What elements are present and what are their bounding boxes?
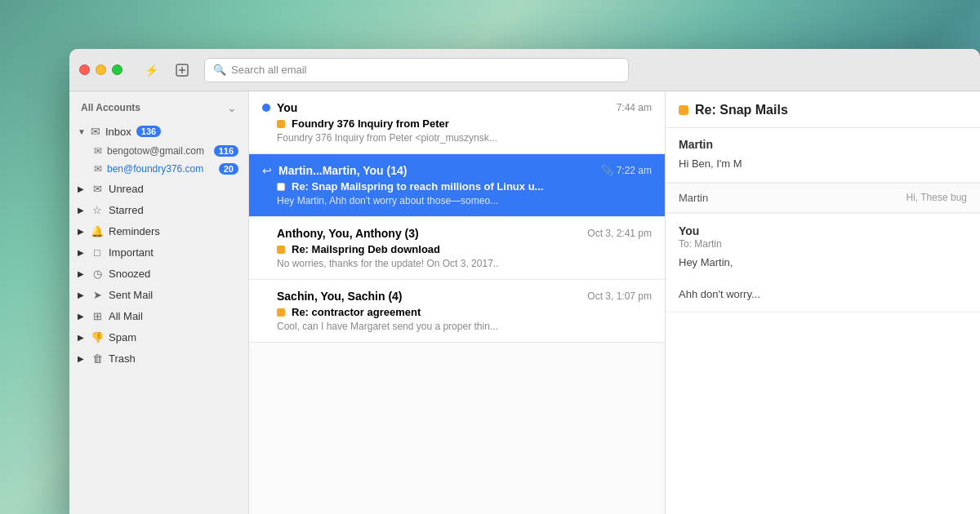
sender-row-3: Anthony, You, Anthony (3)	[262, 227, 419, 240]
toggle-icon: ▶	[78, 184, 86, 193]
email-header-1: You 7:44 am	[262, 101, 652, 114]
email-time-4: Oct 3, 1:07 pm	[587, 290, 652, 302]
sidebar-item-reminders[interactable]: ▶ 🔔 Reminders	[69, 220, 248, 241]
toggle-icon: ▶	[78, 206, 86, 215]
minimize-button[interactable]	[96, 64, 106, 75]
email-item-1[interactable]: You 7:44 am Foundry 376 Inquiry from Pet…	[249, 91, 665, 154]
reading-tag-dot	[679, 105, 688, 115]
gmail-label: bengotow@gmail.com	[107, 145, 209, 157]
message-body-1: Hi Ben, I'm M	[679, 156, 967, 172]
snoozed-label: Snoozed	[109, 268, 238, 280]
email-item-3[interactable]: Anthony, You, Anthony (3) Oct 3, 2:41 pm…	[249, 217, 665, 280]
no-dot-4	[262, 292, 270, 300]
email-subject-4: Re: contractor agreement	[292, 306, 421, 318]
email-sender-2: Martin...Martin, You (14)	[278, 164, 407, 177]
clock-icon: ◷	[91, 267, 104, 280]
bell-icon: 🔔	[91, 224, 104, 237]
search-bar[interactable]: 🔍 Search all email	[204, 58, 629, 82]
sent-icon: ➤	[91, 288, 104, 301]
important-label: Important	[109, 246, 238, 259]
email-sender-4: Sachin, You, Sachin (4)	[277, 290, 403, 303]
mail-icon: ✉	[94, 145, 102, 157]
important-icon: □	[91, 246, 104, 259]
sidebar-item-sent[interactable]: ▶ ➤ Sent Mail	[69, 284, 248, 305]
sidebar-item-snoozed[interactable]: ▶ ◷ Snoozed	[69, 263, 248, 284]
titlebar: ⚡ 🔍 Search all email	[69, 49, 980, 91]
chevron-down-icon[interactable]: ⌄	[227, 101, 237, 114]
email-sender-1: You	[277, 101, 297, 114]
sidebar-header: All Accounts ⌄	[69, 91, 248, 121]
compose-icon[interactable]	[170, 59, 194, 82]
email-subject-3: Re: Mailspring Deb download	[292, 243, 440, 255]
message-item-1[interactable]: Martin Hi Ben, I'm M	[666, 128, 980, 183]
tag-dot-2	[277, 183, 285, 191]
reading-pane: Re: Snap Mails Martin Hi Ben, I'm M	[666, 91, 980, 514]
trash-label: Trash	[109, 352, 238, 365]
sidebar-item-inbox[interactable]: ▼ ✉ Inbox 136	[69, 121, 248, 142]
toggle-icon: ▶	[78, 248, 86, 257]
sender-row-2: ↩ Martin...Martin, You (14)	[262, 164, 407, 177]
mail-icon: ✉	[94, 163, 102, 175]
email-preview-2: Hey Martin, Ahh don't worry about those—…	[262, 195, 652, 206]
email-item-4[interactable]: Sachin, You, Sachin (4) Oct 3, 1:07 pm R…	[249, 280, 665, 343]
email-sender-3: Anthony, You, Anthony (3)	[277, 227, 419, 240]
reading-pane-header: Re: Snap Mails	[666, 91, 980, 128]
sidebar-item-spam[interactable]: ▶ 👎 Spam	[69, 326, 248, 348]
unread-dot	[262, 104, 270, 112]
paperclip-icon: 📎	[601, 165, 613, 176]
maximize-button[interactable]	[112, 64, 122, 75]
subject-row-2: Re: Snap Mailspring to reach millions of…	[262, 180, 652, 193]
email-time-1: 7:44 am	[617, 102, 652, 113]
email-list: You 7:44 am Foundry 376 Inquiry from Pet…	[249, 91, 666, 514]
search-icon: 🔍	[213, 64, 226, 76]
email-item-2[interactable]: ↩ Martin...Martin, You (14) 📎 7:22 am Re…	[249, 154, 665, 217]
sidebar-item-starred[interactable]: ▶ ☆ Starred	[69, 199, 248, 220]
sidebar-item-unread[interactable]: ▶ ✉ Unread	[69, 178, 248, 199]
message-item-2[interactable]: Martin Hi, These bug	[666, 184, 980, 213]
sidebar-item-trash[interactable]: ▶ 🗑 Trash	[69, 348, 248, 369]
sidebar-item-gmail[interactable]: ✉ bengotow@gmail.com 116	[69, 142, 248, 160]
sent-label: Sent Mail	[109, 289, 238, 301]
toggle-icon: ▶	[78, 312, 86, 321]
sidebar-item-foundry[interactable]: ✉ ben@foundry376.com 20	[69, 160, 248, 178]
allmail-icon: ⊞	[91, 309, 104, 322]
toggle-icon: ▶	[78, 227, 86, 236]
app-window: ⚡ 🔍 Search all email All Accounts ⌄	[69, 49, 980, 514]
close-button[interactable]	[79, 64, 90, 75]
email-header-4: Sachin, You, Sachin (4) Oct 3, 1:07 pm	[262, 290, 652, 303]
foundry-badge: 20	[219, 163, 238, 175]
tag-dot-3	[277, 246, 285, 254]
spam-label: Spam	[109, 331, 238, 343]
message-header-3: You To: Martin	[679, 224, 967, 250]
desktop-background: ⚡ 🔍 Search all email All Accounts ⌄	[0, 0, 980, 514]
message-to-3: To: Martin	[679, 238, 722, 250]
toggle-icon: ▶	[78, 354, 86, 363]
inbox-icon: ✉	[91, 125, 100, 138]
sidebar-item-important[interactable]: ▶ □ Important	[69, 241, 248, 263]
message-header-1: Martin	[679, 138, 967, 151]
sidebar-item-allmail[interactable]: ▶ ⊞ All Mail	[69, 305, 248, 326]
star-icon: ☆	[91, 203, 104, 216]
no-dot-3	[262, 229, 270, 237]
collapse-toggle: ▼	[78, 127, 86, 136]
toggle-icon: ▶	[78, 290, 86, 299]
message-sender-1: Martin	[679, 138, 713, 151]
spam-icon: 👎	[91, 330, 104, 343]
search-placeholder: Search all email	[231, 64, 307, 76]
inbox-badge: 136	[136, 126, 161, 137]
tag-dot-4	[277, 308, 285, 317]
foundry-label: ben@foundry376.com	[107, 163, 214, 175]
email-preview-1: Foundry 376 Inquiry from Peter <piotr_mu…	[262, 132, 652, 144]
unread-label: Unread	[109, 183, 238, 195]
subject-row-1: Foundry 376 Inquiry from Peter	[262, 117, 652, 130]
activity-icon[interactable]: ⚡	[139, 59, 163, 82]
reading-subject: Re: Snap Mails	[695, 103, 788, 117]
unread-icon: ✉	[91, 182, 104, 195]
message-item-3[interactable]: You To: Martin Hey Martin, Ahh don't wor…	[666, 214, 980, 313]
collapsed-sender-2: Martin	[679, 192, 708, 204]
email-time-3: Oct 3, 2:41 pm	[587, 228, 652, 239]
toggle-icon: ▶	[78, 333, 86, 342]
email-header-3: Anthony, You, Anthony (3) Oct 3, 2:41 pm	[262, 227, 652, 240]
message-body-3: Hey Martin, Ahh don't worry...	[679, 255, 967, 303]
subject-row-3: Re: Mailspring Deb download	[262, 243, 652, 255]
